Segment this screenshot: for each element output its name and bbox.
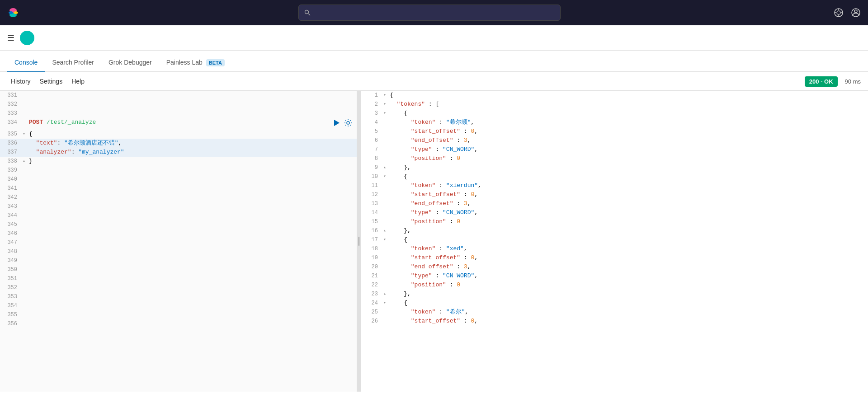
json-key: "end_offset" bbox=[411, 200, 453, 207]
line-number: 336 bbox=[0, 139, 23, 148]
output-line: 3▾ { bbox=[361, 109, 868, 118]
svg-point-5 bbox=[305, 10, 309, 14]
tab-search-profiler[interactable]: Search Profiler bbox=[45, 53, 101, 72]
output-line: 10▾ { bbox=[361, 172, 868, 181]
output-content: "type" : "CN_WORD", bbox=[390, 145, 868, 154]
line-number: 345 bbox=[0, 220, 23, 229]
output-line-number: 18 bbox=[361, 244, 383, 253]
code-line: 339 bbox=[0, 166, 357, 175]
code-line: 352 bbox=[0, 283, 357, 292]
code-line: 340 bbox=[0, 175, 357, 184]
left-panel: 331332333334POST /test/_analyze335▾{336 … bbox=[0, 91, 357, 392]
settings-button[interactable]: Settings bbox=[36, 76, 66, 87]
output-line-number: 17 bbox=[361, 235, 383, 244]
code-line: 342 bbox=[0, 193, 357, 202]
tab-painless-lab[interactable]: Painless Lab BETA bbox=[159, 53, 232, 72]
alert-icon bbox=[834, 8, 844, 18]
json-key: "end_offset" bbox=[411, 263, 453, 270]
json-number: 0 bbox=[471, 254, 474, 261]
output-line: 8 "position" : 0 bbox=[361, 154, 868, 163]
json-key: "token" bbox=[411, 182, 436, 189]
line-actions bbox=[331, 118, 353, 130]
json-number: 0 bbox=[471, 318, 474, 324]
output-fold-indicator[interactable]: ▾ bbox=[383, 100, 390, 109]
method-keyword: POST bbox=[29, 119, 43, 126]
svg-marker-15 bbox=[334, 120, 340, 126]
json-key: "end_offset" bbox=[411, 137, 453, 144]
fold-indicator[interactable]: ▾ bbox=[23, 130, 29, 139]
tab-console[interactable]: Console bbox=[7, 53, 45, 72]
output-line: 19 "start_offset" : 0, bbox=[361, 253, 868, 262]
hamburger-button[interactable]: ☰ bbox=[7, 33, 14, 43]
user-icon bbox=[851, 8, 861, 18]
line-number: 340 bbox=[0, 175, 23, 184]
json-key: "token" bbox=[411, 245, 436, 252]
json-key: "position" bbox=[411, 281, 446, 288]
fold-indicator[interactable]: ▴ bbox=[23, 157, 29, 166]
json-key: "type" bbox=[411, 272, 432, 279]
output-line-number: 8 bbox=[361, 154, 383, 163]
run-button[interactable] bbox=[331, 118, 341, 130]
output-fold-indicator[interactable]: ▾ bbox=[383, 91, 390, 100]
output-fold-indicator[interactable]: ▾ bbox=[383, 172, 390, 181]
output-fold-indicator[interactable]: ▾ bbox=[383, 299, 390, 308]
json-key: "token" bbox=[411, 119, 436, 126]
output-line-number: 13 bbox=[361, 199, 383, 208]
history-button[interactable]: History bbox=[7, 76, 34, 87]
code-line: 343 bbox=[0, 202, 357, 211]
output-line-number: 25 bbox=[361, 308, 383, 317]
line-content: "text": "希尔顿酒店还不错", bbox=[29, 139, 357, 148]
alert-icon-button[interactable] bbox=[834, 8, 844, 18]
divider-bar bbox=[359, 237, 359, 246]
output-content: "end_offset" : 3, bbox=[390, 199, 868, 208]
json-number: 0 bbox=[457, 281, 460, 288]
line-number: 332 bbox=[0, 100, 23, 109]
output-line: 20 "end_offset" : 3, bbox=[361, 262, 868, 271]
code-line: 344 bbox=[0, 211, 357, 220]
output-line: 1▾{ bbox=[361, 91, 868, 100]
output-line-number: 16 bbox=[361, 226, 383, 235]
code-line: 347 bbox=[0, 238, 357, 247]
output-content: }, bbox=[390, 226, 868, 235]
json-number: 3 bbox=[464, 263, 467, 270]
output-fold-indicator[interactable]: ▴ bbox=[383, 226, 390, 235]
output-line: 23▴ }, bbox=[361, 290, 868, 299]
settings-button[interactable] bbox=[343, 118, 353, 130]
code-line: 350 bbox=[0, 265, 357, 274]
right-panel[interactable]: 1▾{2▾ "tokens" : [3▾ {4 "token" : "希尔顿",… bbox=[361, 91, 868, 392]
output-line: 15 "position" : 0 bbox=[361, 217, 868, 226]
line-number: 349 bbox=[0, 256, 23, 265]
line-number: 347 bbox=[0, 238, 23, 247]
output-fold-indicator[interactable]: ▴ bbox=[383, 290, 390, 299]
output-content: "token" : "希尔顿", bbox=[390, 118, 868, 127]
json-string: "CN_WORD" bbox=[443, 272, 474, 279]
user-avatar bbox=[20, 31, 34, 45]
divider-handle[interactable] bbox=[357, 91, 361, 392]
output-content: { bbox=[390, 91, 868, 100]
output-line-number: 15 bbox=[361, 217, 383, 226]
help-button[interactable]: Help bbox=[68, 76, 88, 87]
time-badge: 90 ms bbox=[845, 78, 861, 85]
output-fold-indicator[interactable]: ▾ bbox=[383, 109, 390, 118]
line-number: 338 bbox=[0, 157, 23, 166]
line-number: 331 bbox=[0, 91, 23, 100]
code-editor[interactable]: 331332333334POST /test/_analyze335▾{336 … bbox=[0, 91, 357, 392]
json-string: "CN_WORD" bbox=[443, 209, 474, 216]
code-line: 349 bbox=[0, 256, 357, 265]
output-fold-indicator[interactable]: ▴ bbox=[383, 163, 390, 172]
code-line: 346 bbox=[0, 229, 357, 238]
json-string: "希尔" bbox=[446, 309, 465, 315]
json-value: "希尔顿酒店还不错" bbox=[64, 140, 118, 146]
line-number: 339 bbox=[0, 166, 23, 175]
output-content: "start_offset" : 0, bbox=[390, 253, 868, 262]
tab-grok-debugger[interactable]: Grok Debugger bbox=[101, 53, 159, 72]
user-icon-button[interactable] bbox=[851, 8, 861, 18]
editor-area: 331332333334POST /test/_analyze335▾{336 … bbox=[0, 91, 868, 392]
json-string: "CN_WORD" bbox=[443, 146, 474, 153]
output-fold-indicator[interactable]: ▾ bbox=[383, 235, 390, 244]
output-line-number: 12 bbox=[361, 190, 383, 199]
nav-icons bbox=[834, 8, 861, 18]
output-line: 5 "start_offset" : 0, bbox=[361, 127, 868, 136]
search-bar[interactable] bbox=[298, 5, 561, 21]
code-line: 356 bbox=[0, 319, 357, 328]
